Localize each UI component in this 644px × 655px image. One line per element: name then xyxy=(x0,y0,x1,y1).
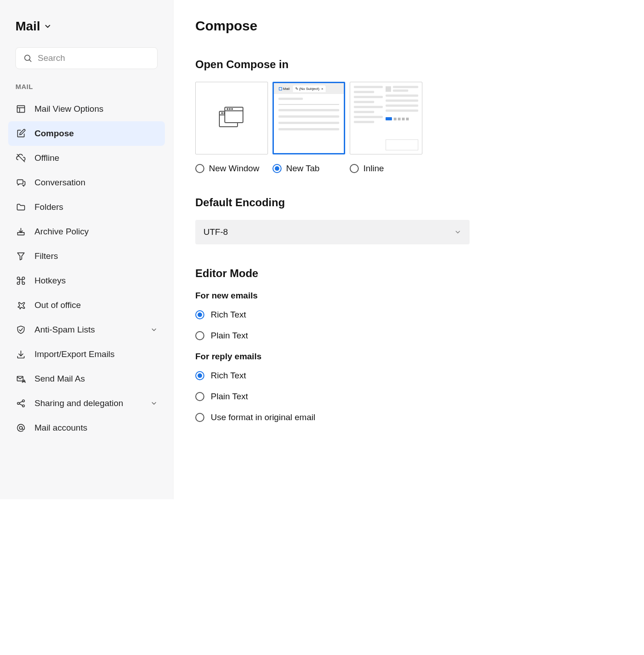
svg-point-24 xyxy=(229,109,230,109)
inline-thumbnail xyxy=(350,82,422,154)
sidebar-item-label: Out of office xyxy=(35,300,81,310)
cloud-off-icon xyxy=(15,153,26,163)
sidebar-item-sharing-delegation[interactable]: Sharing and delegation xyxy=(8,391,165,416)
search-icon xyxy=(23,54,32,63)
sidebar-item-label: Archive Policy xyxy=(35,227,89,237)
radio-icon xyxy=(195,392,204,401)
open-compose-heading: Open Compose in xyxy=(195,58,470,71)
radio-label: New Window xyxy=(209,164,259,174)
sidebar-item-conversation[interactable]: Conversation xyxy=(8,170,165,195)
radio-option[interactable]: Use format in original email xyxy=(195,412,470,422)
compose-view-options: Mail ✎(No Subject)× xyxy=(195,82,470,154)
sidebar-item-label: Anti-Spam Lists xyxy=(35,325,95,335)
radio-icon xyxy=(195,331,204,340)
sidebar-item-label: Import/Export Emails xyxy=(35,349,114,359)
svg-point-18 xyxy=(222,113,223,114)
sidebar-item-label: Conversation xyxy=(35,178,85,188)
sidebar-item-label: Mail accounts xyxy=(35,423,87,433)
sidebar-item-compose[interactable]: Compose xyxy=(8,121,165,146)
compose-view-radios: New WindowNew TabInline xyxy=(195,164,470,174)
encoding-heading: Default Encoding xyxy=(195,196,470,209)
radio-icon xyxy=(195,310,204,319)
svg-line-5 xyxy=(17,154,25,162)
compose-radio-new-window[interactable]: New Window xyxy=(195,164,268,174)
editor-mode-heading: Editor Mode xyxy=(195,267,470,280)
shield-icon xyxy=(15,325,26,335)
radio-option[interactable]: Rich Text xyxy=(195,310,470,320)
new-tab-thumbnail: Mail ✎(No Subject)× xyxy=(274,83,344,153)
radio-label: Rich Text xyxy=(211,371,246,381)
layout-icon xyxy=(15,104,26,114)
folder-icon xyxy=(15,202,26,212)
search-input[interactable] xyxy=(38,53,150,63)
chevron-down-icon xyxy=(150,326,158,333)
radio-label: Plain Text xyxy=(211,331,248,341)
svg-point-15 xyxy=(20,427,22,429)
compose-radio-inline[interactable]: Inline xyxy=(350,164,422,174)
windows-icon xyxy=(218,106,245,130)
svg-rect-2 xyxy=(17,106,25,113)
send-as-icon xyxy=(15,374,26,384)
svg-line-13 xyxy=(20,402,23,403)
radio-icon xyxy=(195,413,204,422)
reply-emails-label: For reply emails xyxy=(195,352,470,362)
sidebar-item-hotkeys[interactable]: Hotkeys xyxy=(8,268,165,293)
search-box[interactable] xyxy=(15,47,158,69)
encoding-value: UTF-8 xyxy=(203,227,228,237)
compose-radio-new-tab[interactable]: New Tab xyxy=(272,164,345,174)
sidebar-item-anti-spam-lists[interactable]: Anti-Spam Lists xyxy=(8,318,165,342)
compose-card-inline[interactable] xyxy=(350,82,422,154)
sidebar-item-folders[interactable]: Folders xyxy=(8,195,165,219)
reply-emails-radio-group: Rich TextPlain TextUse format in origina… xyxy=(195,371,470,422)
edit-icon xyxy=(15,129,26,139)
sidebar-title: Mail xyxy=(15,19,40,34)
sidebar-item-label: Offline xyxy=(35,153,59,163)
sidebar-item-label: Filters xyxy=(35,251,58,261)
radio-label: Plain Text xyxy=(211,392,248,402)
radio-option[interactable]: Plain Text xyxy=(195,331,470,341)
sidebar-item-mail-view-options[interactable]: Mail View Options xyxy=(8,97,165,121)
svg-point-0 xyxy=(25,55,30,60)
svg-point-25 xyxy=(232,109,233,109)
at-icon xyxy=(15,423,26,433)
command-icon xyxy=(15,276,26,286)
sidebar-section-label: MAIL xyxy=(8,83,165,90)
radio-icon xyxy=(195,164,204,173)
svg-point-23 xyxy=(227,109,228,109)
sidebar-item-import-export[interactable]: Import/Export Emails xyxy=(8,342,165,367)
compose-card-new-window[interactable] xyxy=(195,82,268,154)
download-icon xyxy=(15,349,26,359)
radio-label: Rich Text xyxy=(211,310,246,320)
sidebar: Mail MAIL Mail View OptionsComposeOfflin… xyxy=(0,0,173,499)
compose-card-new-tab[interactable]: Mail ✎(No Subject)× xyxy=(272,82,345,154)
chevron-down-icon xyxy=(454,228,461,236)
sidebar-item-offline[interactable]: Offline xyxy=(8,146,165,170)
sidebar-item-label: Send Mail As xyxy=(35,374,85,384)
radio-icon xyxy=(272,164,282,173)
radio-option[interactable]: Plain Text xyxy=(195,392,470,402)
sidebar-category-selector[interactable]: Mail xyxy=(8,19,165,34)
sidebar-item-label: Sharing and delegation xyxy=(35,398,123,408)
svg-line-14 xyxy=(20,404,23,405)
radio-label: Use format in original email xyxy=(211,412,315,422)
thumb-tab-mail-label: Mail xyxy=(283,87,290,91)
radio-option[interactable]: Rich Text xyxy=(195,371,470,381)
radio-label: New Tab xyxy=(286,164,320,174)
airplane-icon xyxy=(15,300,26,310)
sidebar-item-label: Compose xyxy=(35,129,74,139)
sidebar-nav: Mail View OptionsComposeOfflineConversat… xyxy=(8,97,165,440)
chevron-down-icon xyxy=(44,22,52,30)
sidebar-item-out-of-office[interactable]: Out of office xyxy=(8,293,165,318)
filter-icon xyxy=(15,251,26,261)
encoding-dropdown[interactable]: UTF-8 xyxy=(195,220,470,244)
main-content: Compose Open Compose in Mail ✎(No xyxy=(173,0,491,499)
svg-marker-6 xyxy=(18,253,25,260)
sidebar-item-mail-accounts[interactable]: Mail accounts xyxy=(8,416,165,440)
sidebar-item-label: Mail View Options xyxy=(35,104,104,114)
sidebar-item-filters[interactable]: Filters xyxy=(8,244,165,268)
sidebar-item-archive-policy[interactable]: Archive Policy xyxy=(8,219,165,244)
sidebar-item-label: Folders xyxy=(35,202,63,212)
sidebar-item-send-mail-as[interactable]: Send Mail As xyxy=(8,367,165,391)
sidebar-item-label: Hotkeys xyxy=(35,276,66,286)
radio-label: Inline xyxy=(363,164,384,174)
